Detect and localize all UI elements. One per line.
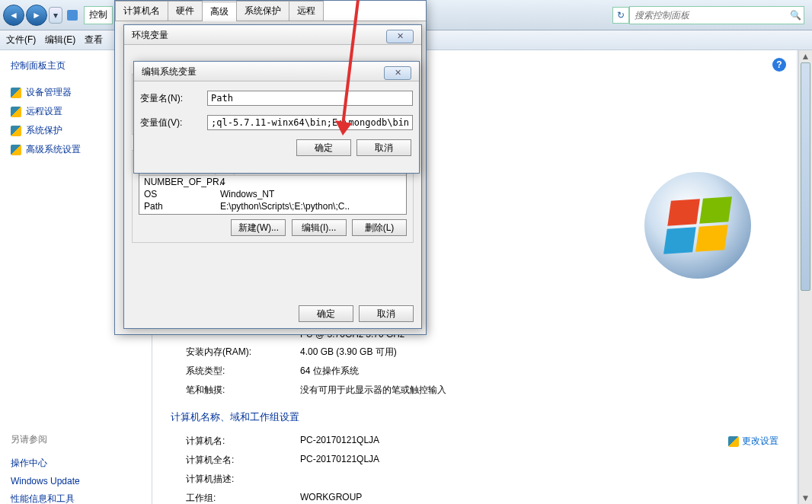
nav-forward-button[interactable]: ► [26, 5, 47, 26]
computer-name-section: 计算机名称、域和工作组设置 [171, 410, 778, 424]
delete-button[interactable]: 删除(L) [352, 219, 407, 236]
cancel-button[interactable]: 取消 [359, 305, 414, 322]
tab-computer-name[interactable]: 计算机名 [115, 1, 168, 21]
scroll-thumb[interactable] [801, 62, 810, 291]
breadcrumb[interactable]: 控制 [84, 6, 113, 24]
ok-button[interactable]: 确定 [296, 139, 351, 156]
var-value-label: 变量值(V): [140, 116, 207, 129]
var-name-input[interactable] [207, 91, 413, 106]
vertical-scrollbar[interactable]: ▲ ▼ [798, 50, 812, 504]
tab-advanced[interactable]: 高级 [202, 2, 237, 21]
systype-value: 64 位操作系统 [300, 365, 778, 378]
ok-button[interactable]: 确定 [299, 305, 353, 322]
change-settings-link[interactable]: 更改设置 [728, 435, 778, 448]
scroll-up-arrow[interactable]: ▲ [799, 50, 812, 62]
tabstrip: 计算机名 硬件 高级 系统保护 远程 [115, 1, 426, 21]
close-button[interactable]: ✕ [384, 66, 411, 80]
full-name-label: 计算机全名: [186, 454, 300, 467]
scroll-down-arrow[interactable]: ▼ [799, 492, 812, 504]
windows-logo [644, 172, 751, 279]
tab-hardware[interactable]: 硬件 [168, 1, 203, 21]
cancel-button[interactable]: 取消 [356, 139, 411, 156]
shield-icon [11, 107, 21, 117]
sidebar-perf-info[interactable]: 性能信息和工具 [11, 490, 141, 504]
edit-variable-dialog: 编辑系统变量 ✕ 变量名(N): 变量值(V): 确定 取消 [133, 61, 420, 174]
search-input[interactable] [630, 10, 787, 21]
tab-remote[interactable]: 远程 [289, 1, 324, 21]
breadcrumb-item[interactable]: 控制 [88, 8, 109, 21]
dialog-title: 编辑系统变量 ✕ [134, 62, 419, 81]
sidebar-link-label: 系统保护 [26, 124, 62, 137]
new-button[interactable]: 新建(W)... [231, 219, 286, 236]
var-name-label: 变量名(N): [140, 92, 207, 105]
list-item[interactable]: PathE:\python\Scripts\;E:\python\;C.. [139, 200, 406, 212]
menu-edit[interactable]: 编辑(E) [45, 33, 75, 46]
sidebar-action-center[interactable]: 操作中心 [11, 454, 141, 473]
var-value-input[interactable] [207, 115, 413, 130]
workgroup-label: 工作组: [186, 492, 300, 504]
ram-label: 安装内存(RAM): [186, 346, 300, 359]
computer-name-value: PC-20170121QLJA [300, 435, 728, 448]
list-item[interactable]: OSWindows_NT [139, 188, 406, 200]
edit-button[interactable]: 编辑(I)... [292, 219, 347, 236]
menu-view[interactable]: 查看 [85, 33, 103, 46]
list-item[interactable]: PATHEXT.COM;.EXE;.BAT;.CMD;.VBS;.VBE;.. [139, 212, 406, 215]
list-item[interactable]: NUMBER_OF_PR..4 [139, 176, 406, 188]
sidebar-windows-update[interactable]: Windows Update [11, 473, 141, 490]
full-name-value: PC-20170121QLJA [300, 454, 778, 467]
close-button[interactable]: ✕ [386, 30, 414, 43]
search-icon[interactable]: 🔍 [787, 10, 804, 21]
sidebar-link-label: 设备管理器 [26, 86, 72, 99]
sidebar-link-label: 高级系统设置 [26, 143, 81, 156]
menu-file[interactable]: 文件(F) [6, 33, 36, 46]
shield-icon [11, 88, 21, 98]
sidebar-see-also: 另请参阅 [11, 433, 141, 446]
systype-label: 系统类型: [186, 365, 300, 378]
desc-label: 计算机描述: [186, 473, 300, 486]
pen-value: 没有可用于此显示器的笔或触控输入 [300, 384, 778, 397]
workgroup-value: WORKGROUP [300, 492, 778, 504]
sidebar-link-label: 远程设置 [26, 105, 62, 118]
search-input-container: 🔍 [629, 6, 804, 24]
computer-name-label: 计算机名: [186, 435, 300, 448]
desc-value [300, 473, 778, 486]
help-icon[interactable]: ? [772, 58, 786, 72]
refresh-button[interactable]: ↻ [612, 7, 629, 24]
dialog-title: 环境变量 ✕ [124, 25, 421, 45]
pen-label: 笔和触摸: [186, 384, 300, 397]
tab-protection[interactable]: 系统保护 [236, 1, 289, 21]
svg-rect-0 [67, 10, 78, 21]
shield-icon [11, 145, 21, 155]
nav-history-button[interactable]: ▾ [49, 7, 62, 24]
nav-back-button[interactable]: ◄ [3, 5, 24, 26]
ram-value: 4.00 GB (3.90 GB 可用) [300, 346, 778, 359]
shield-icon [728, 436, 739, 447]
shield-icon [11, 126, 21, 136]
nav-up-icon[interactable] [66, 8, 79, 22]
